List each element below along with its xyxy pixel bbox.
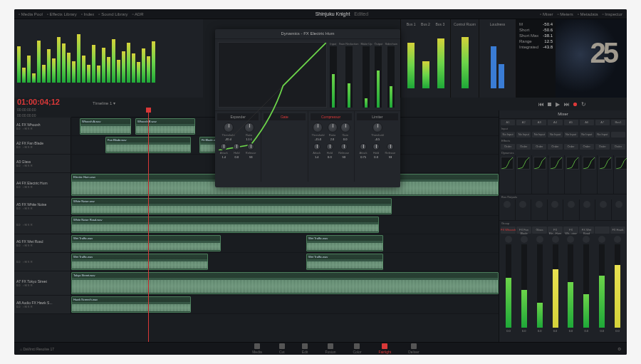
mixer-dyn-strip[interactable] xyxy=(499,155,516,194)
toolbar-inspector[interactable]: ▫ Inspector xyxy=(603,12,622,16)
track-header[interactable]: A5 FX White Noise0.0 ▫ M S R xyxy=(14,197,71,215)
audio-clip[interactable]: Hawk Screech.wav xyxy=(71,296,191,313)
mixer-fader-1[interactable]: 0.0 xyxy=(501,236,516,333)
knob-hold[interactable]: Hold0.0 xyxy=(372,143,380,159)
mixer-dyn-strip[interactable] xyxy=(548,155,565,194)
page-fusion[interactable]: Fusion xyxy=(325,343,335,354)
knob-release[interactable]: Release93 xyxy=(385,143,396,159)
mixer-bus-strip[interactable] xyxy=(595,199,612,220)
toolbar-adr[interactable]: ▫ ADR xyxy=(132,12,144,16)
mixer-group[interactable]: FX Fan Blade xyxy=(516,227,531,234)
track-header[interactable]: 0.0 ▫ M S R xyxy=(14,216,71,234)
mixer-input[interactable]: No Input xyxy=(595,132,610,137)
mixer-input[interactable]: No Input xyxy=(532,132,546,137)
track-lane[interactable]: White Noise.wav xyxy=(71,197,499,215)
mixer-fader-8[interactable]: 0.0 xyxy=(610,236,625,333)
mixer-group[interactable] xyxy=(595,227,610,234)
mixer-order[interactable]: Order xyxy=(548,144,562,150)
audio-clip[interactable]: Wet Traffic.wav xyxy=(71,254,208,270)
mixer-channel-A4[interactable]: A4 xyxy=(548,120,562,125)
page-deliver[interactable]: Deliver xyxy=(408,343,419,354)
track-header[interactable]: A8 Audio FX Hawk S...0.0 ▫ M S R xyxy=(14,296,71,313)
mixer-dyn-strip[interactable] xyxy=(516,155,532,194)
mixer-bus-strip[interactable] xyxy=(499,199,516,220)
knob-ratio[interactable]: Ratio2.0 xyxy=(328,123,338,141)
track-header[interactable]: A2 FX Fan Blade0.0 ▫ M S R xyxy=(14,136,71,154)
mixer-input[interactable]: No Input xyxy=(580,132,594,137)
mixer-order[interactable]: Order xyxy=(532,144,546,150)
mixer-group[interactable]: FX Hawk xyxy=(610,227,625,234)
settings-icon[interactable]: ⚙ xyxy=(617,346,621,351)
track-lane[interactable]: Wet Traffic.wavWet Traffic.wav xyxy=(71,234,499,252)
mixer-order[interactable]: Order xyxy=(501,144,515,150)
knob-gain[interactable]: Gain0.0 xyxy=(340,123,350,141)
toolbar-metadata[interactable]: ▫ Metadata xyxy=(578,12,598,16)
audio-clip[interactable]: White Noise.wav xyxy=(71,198,392,214)
page-fairlight[interactable]: Fairlight xyxy=(378,343,391,354)
mixer-channel-A5[interactable]: A5 xyxy=(564,120,578,125)
mixer-bus-strip[interactable] xyxy=(531,199,548,220)
mixer-order[interactable]: Order xyxy=(595,144,610,150)
track-header[interactable]: A4 FX Electric Hum0.0 ▫ M S R xyxy=(14,173,71,197)
knob-attack[interactable]: Attack1.4 xyxy=(313,143,320,159)
mixer-input[interactable] xyxy=(611,132,625,137)
play-button[interactable]: ▶ xyxy=(556,101,561,107)
mixer-dyn-strip[interactable] xyxy=(532,155,548,194)
audio-clip[interactable]: White Noise Road.wav xyxy=(71,217,379,233)
track-lane[interactable]: White Noise Road.wav xyxy=(71,216,499,234)
mixer-input[interactable]: No Input xyxy=(501,132,515,137)
knob-release[interactable]: Release93 xyxy=(338,143,349,159)
mixer-fader-6[interactable]: 0.0 xyxy=(578,236,594,333)
knob-attack[interactable]: Attack0.75 xyxy=(359,143,367,159)
mixer-input[interactable]: No Input xyxy=(548,132,562,137)
stop-button[interactable]: ⏹ xyxy=(547,101,553,107)
mixer-bus-strip[interactable] xyxy=(548,199,564,220)
page-media[interactable]: Media xyxy=(252,343,262,354)
dyn-section-header[interactable]: Limiter xyxy=(357,113,398,120)
track-header[interactable]: A7 FX Tokyo Street0.0 ▫ M S R xyxy=(14,271,71,295)
mixer-bus-strip[interactable] xyxy=(612,199,627,220)
rewind-button[interactable]: ⏮ xyxy=(538,101,544,107)
forward-button[interactable]: ⏭ xyxy=(564,101,570,107)
mixer-input[interactable]: No Input xyxy=(516,132,531,137)
audio-clip[interactable]: Wet Traffic.wav xyxy=(306,254,383,270)
playhead[interactable] xyxy=(148,110,149,342)
mixer-dyn-strip[interactable] xyxy=(581,155,598,194)
mixer-order[interactable]: Order xyxy=(611,144,625,150)
toolbar-effects-library[interactable]: ▫ Effects Library xyxy=(47,12,77,16)
mixer-dyn-strip[interactable] xyxy=(614,155,627,194)
knob-hold[interactable]: Hold0.0 xyxy=(326,143,333,159)
track-lane[interactable]: Wet Traffic.wavWet Traffic.wav xyxy=(71,253,499,271)
mixer-order[interactable]: Order xyxy=(516,144,531,150)
page-color[interactable]: Color xyxy=(353,343,361,354)
knob-attack[interactable]: Attack1.4 xyxy=(220,143,228,159)
toolbar-media-pool[interactable]: ▫ Media Pool xyxy=(19,12,43,16)
knob-hold[interactable]: Hold0.0 xyxy=(233,143,240,159)
loop-button[interactable]: ↻ xyxy=(581,101,587,107)
mixer-group[interactable]: FX Whoosh xyxy=(501,227,516,234)
mixer-fader-5[interactable]: 0.0 xyxy=(563,236,579,333)
mixer-fader-2[interactable]: 0.0 xyxy=(516,236,532,333)
page-cut[interactable]: Cut xyxy=(279,343,285,354)
track-header[interactable]: A6 FX Wet Road0.0 ▫ M S R xyxy=(14,234,71,252)
track-header[interactable]: 0.0 ▫ M S R xyxy=(14,253,71,271)
mixer-channel-A1[interactable]: A1 xyxy=(501,120,515,125)
mixer-order[interactable]: Order xyxy=(580,144,594,150)
mixer-bus-strip[interactable] xyxy=(516,199,532,220)
mixer-dyn-strip[interactable] xyxy=(565,155,581,194)
mixer-order[interactable]: Order xyxy=(564,144,578,150)
mixer-channel-A2[interactable]: A2 xyxy=(516,120,531,125)
mixer-channel-A6[interactable]: A6 xyxy=(580,120,594,125)
toolbar-mixer[interactable]: ▫ Mixer xyxy=(540,12,553,16)
mixer-bus-strip[interactable] xyxy=(563,199,580,220)
mixer-dyn-strip[interactable] xyxy=(598,155,614,194)
toolbar-meters[interactable]: ▫ Meters xyxy=(558,12,573,16)
audio-clip[interactable]: Whoosh B.wav xyxy=(135,118,195,135)
mixer-channel-Bus1[interactable]: Bus1 xyxy=(611,120,625,125)
record-button[interactable]: ⏺ xyxy=(573,101,578,107)
mixer-fader-3[interactable]: 0.0 xyxy=(532,236,548,333)
mixer-group[interactable]: Glass xyxy=(532,227,547,234)
mixer-channel-A3[interactable]: A3 xyxy=(532,120,546,125)
mixer-group[interactable]: FX Ele...Hum xyxy=(548,227,563,234)
mixer-group[interactable]: FX Wh...oise xyxy=(563,227,578,234)
